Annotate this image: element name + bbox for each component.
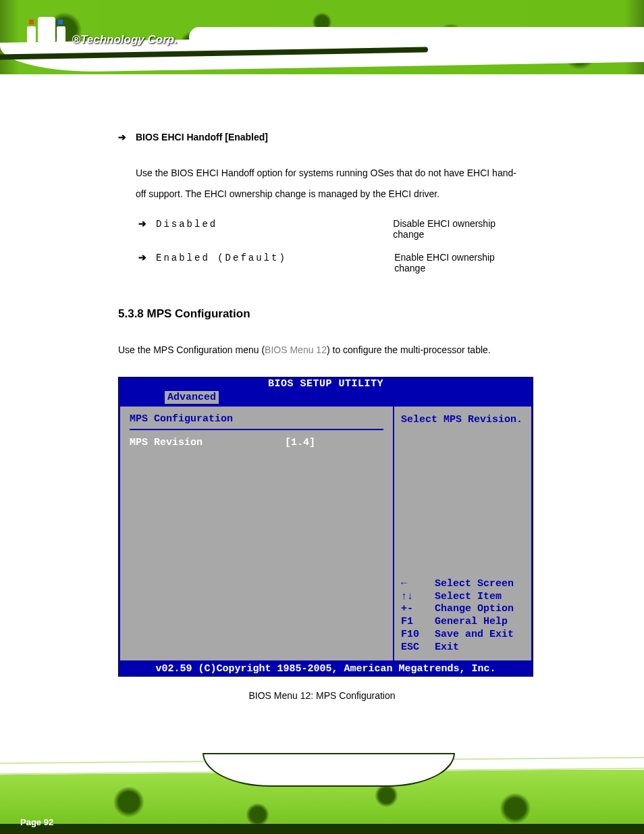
- svg-rect-4: [58, 20, 63, 24]
- bottom-white-swoosh: [203, 753, 455, 787]
- option-value-label: Enabled (Default): [156, 253, 394, 263]
- bios-help-action: Exit: [435, 642, 459, 654]
- option-value-row: ➔ Disabled Disable EHCI ownership change: [138, 218, 526, 240]
- logo-icon: [27, 17, 66, 47]
- bios-help-key: F1: [401, 616, 435, 629]
- bios-help-action: Select Item: [435, 591, 502, 604]
- page-number: Page 92: [20, 817, 53, 827]
- bios-help-row: ← Select Screen: [401, 578, 525, 591]
- bios-menu-bar: Advanced: [119, 390, 533, 405]
- section-para-ref: BIOS Menu 12: [265, 344, 327, 355]
- bios-help-text: Select MPS Revision.: [401, 413, 525, 427]
- bios-help-action: Save and Exit: [435, 629, 514, 642]
- arrow-right-icon: ➔: [138, 218, 156, 229]
- top-banner: ®Technology Corp.: [0, 0, 644, 74]
- bios-setting-label: MPS Revision: [130, 437, 285, 448]
- option-value-desc: Enable EHCI ownership change: [394, 252, 526, 273]
- bios-help-action: General Help: [435, 616, 508, 629]
- section-paragraph: Use the MPS Configuration menu (BIOS Men…: [118, 340, 526, 361]
- svg-rect-0: [29, 20, 34, 24]
- arrow-right-icon: ➔: [138, 252, 156, 263]
- bios-title: BIOS SETUP UTILITY: [119, 377, 533, 390]
- bottom-dark-edge: [0, 824, 644, 834]
- bios-setting-value: [1.4]: [285, 437, 315, 448]
- option-description: Use the BIOS EHCI Handoff option for sys…: [136, 163, 526, 205]
- bios-help-row: F10 Save and Exit: [401, 629, 525, 642]
- svg-rect-5: [57, 26, 65, 43]
- bios-body: MPS Configuration MPS Revision [1.4] Sel…: [119, 405, 533, 662]
- bios-right-pane: Select MPS Revision. ← Select Screen ↑↓ …: [394, 407, 533, 660]
- bios-caption: BIOS Menu 12: MPS Configuration: [118, 690, 526, 701]
- option-value-row: ➔ Enabled (Default) Enable EHCI ownershi…: [138, 252, 526, 273]
- page-content: ➔ BIOS EHCI Handoff [Enabled] Use the BI…: [0, 74, 644, 701]
- arrow-right-icon: ➔: [118, 132, 136, 142]
- bios-setting-row: MPS Revision [1.4]: [130, 437, 383, 448]
- option-heading: BIOS EHCI Handoff [Enabled]: [136, 132, 268, 142]
- bios-screenshot: BIOS SETUP UTILITY Advanced MPS Configur…: [118, 377, 533, 677]
- bios-help-action: Change Option: [435, 603, 514, 616]
- bios-help-action: Select Screen: [435, 578, 514, 591]
- bios-footer: v02.59 (C)Copyright 1985-2005, American …: [119, 662, 533, 676]
- section-para-suffix: ) to configure the multi-processor table…: [327, 344, 491, 355]
- bios-help-key: +-: [401, 603, 435, 616]
- bios-help-key: ESC: [401, 642, 435, 654]
- bottom-banner: Page 92: [0, 753, 644, 834]
- option-value-desc: Disable EHCI ownership change: [393, 218, 526, 240]
- logo: ®Technology Corp.: [27, 17, 178, 47]
- bios-help-row: ESC Exit: [401, 642, 525, 654]
- svg-rect-1: [27, 26, 36, 43]
- section-heading: 5.3.8 MPS Configuration: [118, 307, 526, 321]
- option-heading-row: ➔ BIOS EHCI Handoff [Enabled]: [118, 132, 526, 142]
- svg-rect-2: [38, 17, 55, 43]
- bios-help-key: F10: [401, 629, 435, 642]
- bios-help-row: +- Change Option: [401, 603, 525, 616]
- bios-help-keys: ← Select Screen ↑↓ Select Item +- Change…: [401, 578, 525, 654]
- option-value-label: Disabled: [156, 219, 393, 230]
- logo-text: ®Technology Corp.: [72, 33, 177, 47]
- bios-pane-title: MPS Configuration: [130, 413, 383, 430]
- bios-help-key: ←: [401, 578, 435, 591]
- bios-help-key: ↑↓: [401, 591, 435, 604]
- bios-help-row: F1 General Help: [401, 616, 525, 629]
- bios-help-row: ↑↓ Select Item: [401, 591, 525, 604]
- section-para-prefix: Use the MPS Configuration menu (: [118, 344, 265, 355]
- bios-tab-advanced: Advanced: [165, 391, 219, 404]
- bios-left-pane: MPS Configuration MPS Revision [1.4]: [119, 407, 394, 660]
